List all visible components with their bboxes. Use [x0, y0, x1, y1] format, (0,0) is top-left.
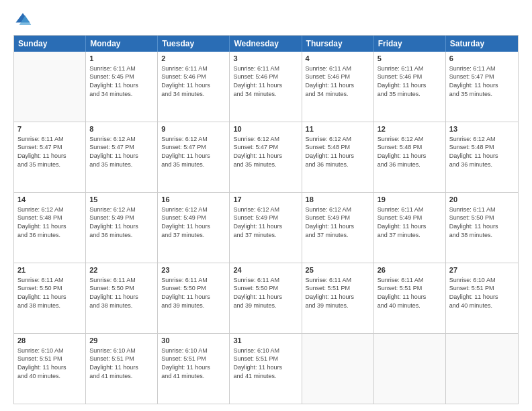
day-number: 25 [306, 265, 370, 275]
cell-info: Sunrise: 6:10 AM Sunset: 5:51 PM Dayligh… [17, 347, 82, 380]
calendar-cell: 17Sunrise: 6:12 AM Sunset: 5:49 PM Dayli… [230, 193, 302, 263]
calendar-cell: 12Sunrise: 6:12 AM Sunset: 5:48 PM Dayli… [374, 122, 446, 192]
calendar-header-day: Friday [374, 36, 446, 52]
day-number: 24 [233, 265, 298, 275]
cell-info: Sunrise: 6:12 AM Sunset: 5:48 PM Dayligh… [17, 205, 82, 239]
day-number: 23 [161, 265, 226, 275]
day-number: 12 [378, 124, 442, 134]
calendar-cell: 1Sunrise: 6:11 AM Sunset: 5:45 PM Daylig… [86, 52, 158, 122]
cell-info: Sunrise: 6:11 AM Sunset: 5:50 PM Dayligh… [161, 276, 226, 310]
calendar-cell: 29Sunrise: 6:10 AM Sunset: 5:51 PM Dayli… [86, 334, 158, 404]
day-number: 21 [17, 265, 82, 275]
cell-info: Sunrise: 6:12 AM Sunset: 5:49 PM Dayligh… [89, 205, 154, 239]
day-number: 3 [233, 54, 298, 64]
cell-info: Sunrise: 6:11 AM Sunset: 5:46 PM Dayligh… [306, 64, 370, 98]
cell-info: Sunrise: 6:12 AM Sunset: 5:48 PM Dayligh… [449, 135, 515, 169]
day-number: 27 [449, 265, 515, 275]
calendar-cell [14, 52, 86, 122]
calendar-row: 1Sunrise: 6:11 AM Sunset: 5:45 PM Daylig… [14, 52, 518, 122]
day-number: 10 [233, 124, 298, 134]
calendar-row: 14Sunrise: 6:12 AM Sunset: 5:48 PM Dayli… [14, 193, 518, 263]
cell-info: Sunrise: 6:11 AM Sunset: 5:50 PM Dayligh… [17, 276, 82, 310]
header [13, 11, 519, 30]
calendar-body: 1Sunrise: 6:11 AM Sunset: 5:45 PM Daylig… [14, 52, 518, 404]
calendar-header-day: Sunday [14, 36, 86, 52]
cell-info: Sunrise: 6:11 AM Sunset: 5:47 PM Dayligh… [17, 135, 82, 169]
calendar-cell: 26Sunrise: 6:11 AM Sunset: 5:51 PM Dayli… [374, 263, 446, 333]
calendar-cell [374, 334, 446, 404]
calendar-cell: 23Sunrise: 6:11 AM Sunset: 5:50 PM Dayli… [158, 263, 230, 333]
cell-info: Sunrise: 6:11 AM Sunset: 5:49 PM Dayligh… [378, 205, 442, 239]
day-number: 9 [161, 124, 226, 134]
calendar-cell: 27Sunrise: 6:10 AM Sunset: 5:51 PM Dayli… [446, 263, 518, 333]
cell-info: Sunrise: 6:11 AM Sunset: 5:50 PM Dayligh… [233, 276, 298, 310]
cell-info: Sunrise: 6:11 AM Sunset: 5:46 PM Dayligh… [378, 64, 442, 98]
calendar-cell: 20Sunrise: 6:11 AM Sunset: 5:50 PM Dayli… [446, 193, 518, 263]
cell-info: Sunrise: 6:12 AM Sunset: 5:49 PM Dayligh… [233, 205, 298, 239]
calendar-cell: 13Sunrise: 6:12 AM Sunset: 5:48 PM Dayli… [446, 122, 518, 192]
calendar-row: 28Sunrise: 6:10 AM Sunset: 5:51 PM Dayli… [14, 334, 518, 404]
calendar: SundayMondayTuesdayWednesdayThursdayFrid… [13, 35, 519, 404]
day-number: 15 [89, 195, 154, 205]
day-number: 20 [449, 195, 515, 205]
calendar-cell: 3Sunrise: 6:11 AM Sunset: 5:46 PM Daylig… [230, 52, 302, 122]
day-number: 4 [306, 54, 370, 64]
day-number: 14 [17, 195, 82, 205]
calendar-cell: 16Sunrise: 6:12 AM Sunset: 5:49 PM Dayli… [158, 193, 230, 263]
calendar-cell [446, 334, 518, 404]
calendar-cell: 24Sunrise: 6:11 AM Sunset: 5:50 PM Dayli… [230, 263, 302, 333]
cell-info: Sunrise: 6:11 AM Sunset: 5:51 PM Dayligh… [378, 276, 442, 310]
cell-info: Sunrise: 6:11 AM Sunset: 5:51 PM Dayligh… [306, 276, 370, 310]
day-number: 6 [449, 54, 515, 64]
calendar-header-day: Thursday [302, 36, 374, 52]
calendar-cell: 31Sunrise: 6:10 AM Sunset: 5:51 PM Dayli… [230, 334, 302, 404]
calendar-cell: 25Sunrise: 6:11 AM Sunset: 5:51 PM Dayli… [302, 263, 374, 333]
page: SundayMondayTuesdayWednesdayThursdayFrid… [0, 0, 532, 411]
logo-icon [13, 11, 32, 30]
cell-info: Sunrise: 6:12 AM Sunset: 5:47 PM Dayligh… [89, 135, 154, 169]
day-number: 5 [378, 54, 442, 64]
cell-info: Sunrise: 6:12 AM Sunset: 5:48 PM Dayligh… [306, 135, 370, 169]
calendar-cell: 19Sunrise: 6:11 AM Sunset: 5:49 PM Dayli… [374, 193, 446, 263]
cell-info: Sunrise: 6:11 AM Sunset: 5:45 PM Dayligh… [89, 64, 154, 98]
day-number: 11 [306, 124, 370, 134]
calendar-header-day: Tuesday [158, 36, 230, 52]
calendar-header-day: Saturday [446, 36, 518, 52]
calendar-cell: 21Sunrise: 6:11 AM Sunset: 5:50 PM Dayli… [14, 263, 86, 333]
day-number: 28 [17, 336, 82, 346]
calendar-cell: 11Sunrise: 6:12 AM Sunset: 5:48 PM Dayli… [302, 122, 374, 192]
cell-info: Sunrise: 6:11 AM Sunset: 5:47 PM Dayligh… [449, 64, 515, 98]
cell-info: Sunrise: 6:10 AM Sunset: 5:51 PM Dayligh… [89, 347, 154, 380]
calendar-cell: 6Sunrise: 6:11 AM Sunset: 5:47 PM Daylig… [446, 52, 518, 122]
calendar-cell: 14Sunrise: 6:12 AM Sunset: 5:48 PM Dayli… [14, 193, 86, 263]
calendar-header-day: Wednesday [230, 36, 302, 52]
cell-info: Sunrise: 6:10 AM Sunset: 5:51 PM Dayligh… [449, 276, 515, 310]
day-number: 30 [161, 336, 226, 346]
calendar-cell: 9Sunrise: 6:12 AM Sunset: 5:47 PM Daylig… [158, 122, 230, 192]
calendar-row: 21Sunrise: 6:11 AM Sunset: 5:50 PM Dayli… [14, 263, 518, 334]
day-number: 18 [306, 195, 370, 205]
cell-info: Sunrise: 6:11 AM Sunset: 5:50 PM Dayligh… [89, 276, 154, 310]
calendar-cell: 30Sunrise: 6:10 AM Sunset: 5:51 PM Dayli… [158, 334, 230, 404]
day-number: 2 [161, 54, 226, 64]
calendar-cell: 7Sunrise: 6:11 AM Sunset: 5:47 PM Daylig… [14, 122, 86, 192]
calendar-cell: 5Sunrise: 6:11 AM Sunset: 5:46 PM Daylig… [374, 52, 446, 122]
logo [13, 11, 35, 30]
cell-info: Sunrise: 6:11 AM Sunset: 5:46 PM Dayligh… [161, 64, 226, 98]
day-number: 13 [449, 124, 515, 134]
day-number: 26 [378, 265, 442, 275]
calendar-row: 7Sunrise: 6:11 AM Sunset: 5:47 PM Daylig… [14, 122, 518, 193]
calendar-header-day: Monday [86, 36, 158, 52]
calendar-cell: 2Sunrise: 6:11 AM Sunset: 5:46 PM Daylig… [158, 52, 230, 122]
calendar-cell: 10Sunrise: 6:12 AM Sunset: 5:47 PM Dayli… [230, 122, 302, 192]
day-number: 31 [233, 336, 298, 346]
calendar-cell [302, 334, 374, 404]
cell-info: Sunrise: 6:12 AM Sunset: 5:47 PM Dayligh… [161, 135, 226, 169]
day-number: 17 [233, 195, 298, 205]
day-number: 8 [89, 124, 154, 134]
day-number: 7 [17, 124, 82, 134]
cell-info: Sunrise: 6:12 AM Sunset: 5:49 PM Dayligh… [161, 205, 226, 239]
calendar-cell: 4Sunrise: 6:11 AM Sunset: 5:46 PM Daylig… [302, 52, 374, 122]
calendar-cell: 18Sunrise: 6:12 AM Sunset: 5:49 PM Dayli… [302, 193, 374, 263]
day-number: 29 [89, 336, 154, 346]
